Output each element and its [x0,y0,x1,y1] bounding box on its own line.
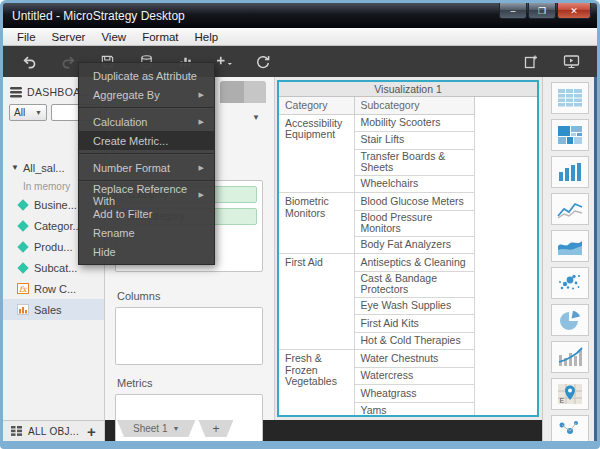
menu-help[interactable]: Help [187,28,227,46]
visualization-panel[interactable]: Visualization 1 CategorySubcategory Acce… [277,80,539,417]
maximize-button[interactable]: ❐ [528,3,556,19]
network-chart-icon[interactable] [551,415,589,441]
category-cell-fresh-frozen-vegetables[interactable]: Fresh & Frozen Vegetables [279,350,354,417]
context-menu-item-rename[interactable]: Rename [79,223,214,242]
subcategory-cell-cast-bandage-protectors[interactable]: Cast & Bandage Protectors [354,271,474,297]
editor-tab[interactable] [220,81,244,103]
tree-item-label: Categor... [34,220,82,232]
objects-grid-icon [11,426,22,436]
submenu-arrow-icon: ▶ [199,164,204,172]
subcategory-cell-watercress[interactable]: Watercress [354,367,474,385]
subcategory-cell-antiseptics-cleaning[interactable]: Antiseptics & Cleaning [354,254,474,272]
subcategory-cell-water-chestnuts[interactable]: Water Chestnuts [354,350,474,368]
redo-icon[interactable] [56,51,80,73]
context-menu-item-label: Create Metric... [93,135,168,147]
combo-chart-icon[interactable] [551,341,589,373]
table-row: Fresh & Frozen VegetablesWater Chestnuts [279,350,474,368]
column-header-category[interactable]: Category [279,97,354,114]
context-menu-item-aggregate-by[interactable]: Aggregate By▶ [79,85,214,104]
refresh-icon[interactable] [251,51,275,73]
subcategory-cell-stair-lifts[interactable]: Stair Lifts [354,132,474,150]
undo-icon[interactable] [17,51,41,73]
category-cell-accessibility-equipment[interactable]: Accessibility Equipment [279,114,354,193]
subcategory-cell-blood-pressure-monitors[interactable]: Blood Pressure Monitors [354,210,474,236]
gallery-scrollbar[interactable] [594,77,597,441]
menubar: FileServerViewFormatHelp [3,28,597,46]
column-header-subcategory[interactable]: Subcategory [354,97,474,114]
tree-item-label: Busine... [34,199,77,211]
add-icon[interactable] [212,51,236,73]
line-chart-icon[interactable] [551,193,589,225]
subcategory-cell-eye-wash-supplies[interactable]: Eye Wash Supplies [354,297,474,315]
chevron-down-icon: ▼ [172,425,179,432]
context-menu-item-label: Duplicate as Attribute [93,70,197,82]
submenu-arrow-icon: ▶ [199,118,204,126]
category-cell-biometric-monitors[interactable]: Biometric Monitors [279,193,354,254]
menu-file[interactable]: File [9,28,44,46]
context-menu-item-label: Replace Reference With [93,183,199,207]
bar-chart-icon[interactable] [551,156,589,188]
map-chart-icon[interactable]: E [551,378,589,410]
pie-chart-icon[interactable] [551,304,589,336]
function-fx-icon: fx [17,283,29,294]
subcategory-cell-blood-glucose-meters[interactable]: Blood Glucose Meters [354,193,474,211]
subcategory-cell-wheelchairs[interactable]: Wheelchairs [354,175,474,193]
metric-chart-icon [17,304,29,315]
visualization-title[interactable]: Visualization 1 [279,82,537,97]
context-menu-item-label: Add to Filter [93,208,152,220]
subcategory-cell-wheatgrass[interactable]: Wheatgrass [354,385,474,403]
menu-server[interactable]: Server [44,28,94,46]
context-menu-item-label: Number Format [93,162,170,174]
minimize-button[interactable]: – [499,3,527,19]
chevron-down-icon[interactable]: ▼ [252,113,260,122]
viz-table-header-row: CategorySubcategory [279,97,474,114]
context-menu-item-number-format[interactable]: Number Format▶ [79,158,214,177]
subcategory-cell-first-aid-kits[interactable]: First Aid Kits [354,315,474,333]
columns-label: Columns [117,290,160,302]
table-row: Accessibility EquipmentMobility Scooters [279,114,474,132]
editor-tabs [220,81,266,103]
subcategory-cell-mobility-scooters[interactable]: Mobility Scooters [354,114,474,132]
menu-separator [79,153,214,155]
stack-icon [10,87,22,98]
format-tab[interactable] [244,81,266,103]
menu-view[interactable]: View [93,28,134,46]
close-button[interactable]: ✕ [557,3,591,19]
object-filter-dropdown[interactable]: All ▼ [9,104,47,121]
category-cell-first-aid[interactable]: First Aid [279,254,354,350]
scatter-chart-icon[interactable] [551,267,589,299]
tree-item-label: Produ... [34,241,73,253]
subcategory-cell-hot-cold-therapies[interactable]: Hot & Cold Therapies [354,332,474,350]
tree-item-sales[interactable]: Sales [3,299,104,320]
tree-item-row-c[interactable]: fxRow C... [3,278,104,299]
context-menu-item-hide[interactable]: Hide [79,242,214,261]
metrics-label: Metrics [117,377,152,389]
submenu-arrow-icon: ▶ [199,91,204,99]
context-menu-item-label: Aggregate By [93,89,160,101]
titlebar[interactable]: Untitled - MicroStrategy Desktop – ❐ ✕ [3,3,597,28]
tree-item-label: Subcat... [34,262,77,274]
add-data-icon[interactable] [519,51,543,73]
menu-format[interactable]: Format [134,28,186,46]
expand-caret-icon[interactable]: ▼ [11,163,19,172]
subcategory-cell-transfer-boards-sheets[interactable]: Transfer Boards & Sheets [354,149,474,175]
present-icon[interactable] [559,51,583,73]
columns-dropzone[interactable] [115,307,263,365]
tree-item-label: Row C... [34,283,76,295]
grid-chart-icon[interactable] [551,82,589,114]
context-menu-item-create-metric[interactable]: Create Metric... [79,131,214,150]
context-menu-item-duplicate-as-attribute[interactable]: Duplicate as Attribute [79,66,214,85]
sheet-tab[interactable]: Sheet 1 ▼ [117,420,195,437]
add-object-button[interactable]: + [87,423,96,440]
area-chart-icon[interactable] [551,230,589,262]
heatmap-chart-icon[interactable] [551,119,589,151]
subcategory-cell-yams[interactable]: Yams [354,402,474,417]
filter-value: All [14,107,25,118]
context-menu-item-add-to-filter[interactable]: Add to Filter [79,204,214,223]
context-menu-item-calculation[interactable]: Calculation▶ [79,112,214,131]
attribute-diamond-icon [17,199,28,210]
context-menu-item-replace-reference-with[interactable]: Replace Reference With▶ [79,185,214,204]
context-menu-item-label: Hide [93,246,116,258]
all-objects-bar[interactable]: ALL OBJ... + [3,420,105,441]
subcategory-cell-body-fat-analyzers[interactable]: Body Fat Analyzers [354,236,474,254]
